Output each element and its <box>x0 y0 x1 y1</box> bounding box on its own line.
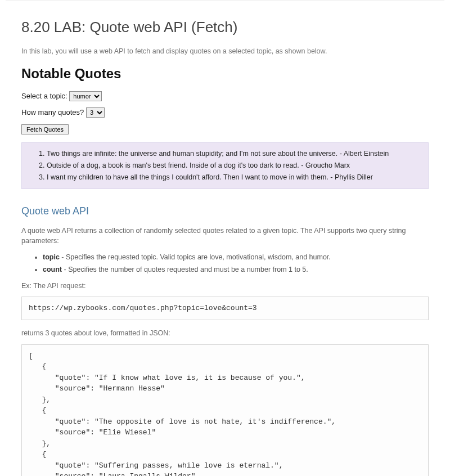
lab-intro: In this lab, you will use a web API to f… <box>21 46 429 57</box>
count-select[interactable]: 3 <box>86 107 105 118</box>
count-row: How many quotes? 3 <box>21 107 429 118</box>
parameter-item: topic - Specifies the requested topic. V… <box>43 252 429 263</box>
fetch-row: Fetch Quotes <box>21 124 429 135</box>
quotes-output-box: Two things are infinite: the universe an… <box>21 142 429 188</box>
api-section-heading: Quote web API <box>21 204 429 219</box>
api-description: A quote web API returns a collection of … <box>21 226 429 247</box>
quotes-list: Two things are infinite: the universe an… <box>22 149 422 182</box>
returns-label: returns 3 quotes about love, formatted i… <box>21 328 429 339</box>
fetch-quotes-button[interactable]: Fetch Quotes <box>21 124 69 134</box>
json-response-code: [ { "quote": "If I know what love is, it… <box>21 344 429 477</box>
quote-item: Outside of a dog, a book is man's best f… <box>47 160 422 171</box>
parameter-list: topic - Specifies the requested topic. V… <box>21 252 429 275</box>
lab-title: 8.20 LAB: Quote web API (Fetch) <box>21 16 429 38</box>
topic-label: Select a topic: <box>21 92 68 100</box>
parameter-item: count - Specifies the number of quotes r… <box>43 264 429 275</box>
example-heading: Notable Quotes <box>21 64 429 84</box>
lab-document: 8.20 LAB: Quote web API (Fetch) In this … <box>6 0 444 476</box>
topic-row: Select a topic: humor <box>21 91 429 102</box>
example-request-label: Ex: The API request: <box>21 281 429 291</box>
quote-item: Two things are infinite: the universe an… <box>47 149 422 159</box>
quote-item: I want my children to have all the thing… <box>47 172 422 183</box>
topic-select[interactable]: humor <box>69 91 102 101</box>
count-label: How many quotes? <box>21 108 84 116</box>
api-request-code: https://wp.zybooks.com/quotes.php?topic=… <box>21 297 429 320</box>
